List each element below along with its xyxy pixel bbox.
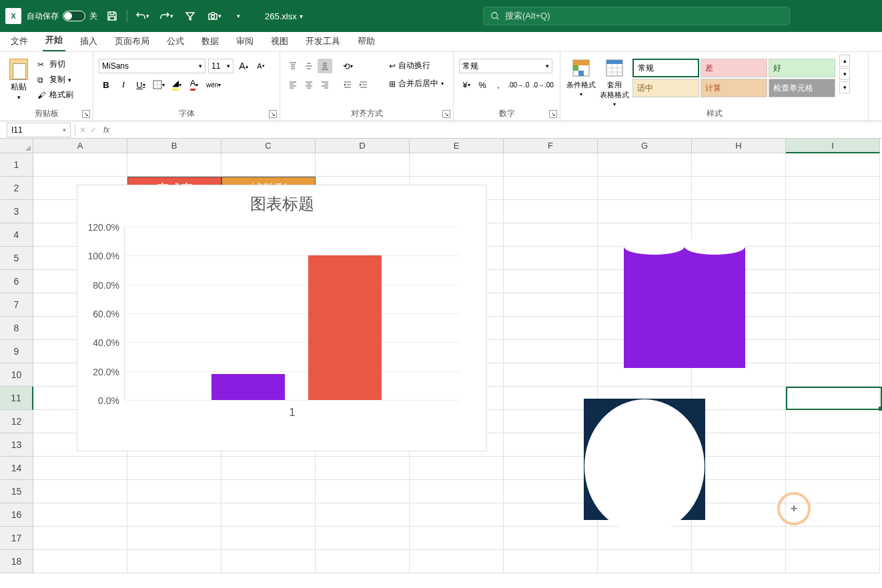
save-button[interactable] <box>103 7 121 25</box>
cell-E18[interactable] <box>410 550 504 573</box>
style-normal[interactable]: 常规 <box>632 59 699 77</box>
cell-B1[interactable] <box>127 153 222 177</box>
cell-I9[interactable] <box>786 340 880 363</box>
cell-D15[interactable] <box>316 480 410 503</box>
cell-I5[interactable] <box>786 247 880 270</box>
tab-formulas[interactable]: 公式 <box>164 31 187 51</box>
style-calc[interactable]: 计算 <box>701 79 767 97</box>
col-header-E[interactable]: E <box>410 139 504 153</box>
tab-help[interactable]: 帮助 <box>355 31 378 51</box>
tab-file[interactable]: 文件 <box>8 31 31 51</box>
row-header-16[interactable]: 16 <box>0 503 33 527</box>
row-header-13[interactable]: 13 <box>0 433 33 457</box>
cell-I3[interactable] <box>786 200 880 223</box>
accounting-button[interactable]: ¥▾ <box>459 77 474 92</box>
cell-A18[interactable] <box>33 550 127 573</box>
col-header-D[interactable]: D <box>316 139 410 153</box>
style-check[interactable]: 检查单元格 <box>769 79 835 97</box>
row-header-2[interactable]: 2 <box>0 177 33 200</box>
col-header-G[interactable]: G <box>598 139 692 153</box>
phonetic-button[interactable]: wén▾ <box>204 77 223 92</box>
increase-decimal-button[interactable]: .00→.0 <box>507 77 530 92</box>
cell-I11[interactable] <box>786 387 880 410</box>
wave-shape[interactable] <box>624 247 745 368</box>
bar-series-1[interactable] <box>211 374 285 400</box>
font-color-button[interactable]: A▾ <box>187 77 201 92</box>
font-launcher[interactable]: ↘ <box>269 110 277 118</box>
decrease-indent-button[interactable] <box>340 77 355 92</box>
font-size-select[interactable]: 11▾ <box>208 59 234 73</box>
bold-button[interactable]: B <box>99 77 113 92</box>
row-header-12[interactable]: 12 <box>0 410 33 433</box>
cell-I7[interactable] <box>786 293 880 317</box>
cell-G18[interactable] <box>598 550 692 573</box>
cell-H16[interactable] <box>692 503 786 527</box>
wrap-text-button[interactable]: ↩自动换行 <box>386 59 446 73</box>
cell-E16[interactable] <box>410 503 504 527</box>
comma-button[interactable]: , <box>491 77 506 92</box>
cell-A16[interactable] <box>33 503 127 527</box>
worksheet-grid[interactable]: ABCDEFGHI 123456789101112131415161718 完成… <box>0 139 882 585</box>
cell-H1[interactable] <box>692 153 786 177</box>
tab-view[interactable]: 视图 <box>268 31 291 51</box>
arc-square-shape[interactable] <box>584 399 705 520</box>
cell-E15[interactable] <box>410 480 504 503</box>
undo-button[interactable]: ▾ <box>133 7 151 25</box>
cell-D1[interactable] <box>316 153 410 177</box>
cell-H18[interactable] <box>692 550 786 573</box>
cell-I13[interactable] <box>786 433 880 457</box>
fill-color-button[interactable]: ◢▾ <box>169 77 184 92</box>
increase-indent-button[interactable] <box>356 77 371 92</box>
cell-styles-gallery[interactable]: 常规 差 好 适中 计算 检查单元格 <box>632 55 835 97</box>
number-format-select[interactable]: 常规▾ <box>459 59 552 73</box>
align-top-button[interactable] <box>286 59 300 73</box>
fx-icon[interactable]: fx <box>103 125 109 135</box>
cell-D14[interactable] <box>316 457 410 480</box>
cell-F18[interactable] <box>504 550 598 573</box>
italic-button[interactable]: I <box>116 77 131 92</box>
cell-D17[interactable] <box>316 527 410 550</box>
cell-E1[interactable] <box>410 153 504 177</box>
cell-D16[interactable] <box>316 503 410 527</box>
increase-font-button[interactable]: A▴ <box>236 59 251 73</box>
cell-I16[interactable] <box>786 503 880 527</box>
bar-series-2[interactable] <box>308 255 382 400</box>
cell-I10[interactable] <box>786 363 880 387</box>
row-header-3[interactable]: 3 <box>0 200 33 223</box>
col-header-B[interactable]: B <box>127 139 222 153</box>
tab-review[interactable]: 审阅 <box>234 31 256 51</box>
col-header-A[interactable]: A <box>33 139 127 153</box>
border-button[interactable]: ▾ <box>151 77 167 92</box>
decrease-decimal-button[interactable]: .0→.00 <box>532 77 555 92</box>
cell-F4[interactable] <box>504 223 598 247</box>
cell-B18[interactable] <box>127 550 222 573</box>
cell-C15[interactable] <box>222 480 316 503</box>
cell-A1[interactable] <box>33 153 127 177</box>
row-header-9[interactable]: 9 <box>0 340 33 363</box>
cell-I15[interactable] <box>786 480 880 503</box>
cancel-formula-button[interactable]: ✕ <box>79 125 86 135</box>
cell-B17[interactable] <box>127 527 222 550</box>
style-good[interactable]: 好 <box>769 59 835 77</box>
decrease-font-button[interactable]: A▾ <box>254 59 268 73</box>
cell-F7[interactable] <box>504 293 598 317</box>
col-header-H[interactable]: H <box>692 139 786 153</box>
enter-formula-button[interactable]: ✓ <box>90 125 97 135</box>
cell-C17[interactable] <box>222 527 316 550</box>
number-launcher[interactable]: ↘ <box>549 110 557 118</box>
cell-I4[interactable] <box>786 223 880 247</box>
cell-D18[interactable] <box>316 550 410 573</box>
align-bottom-button[interactable] <box>318 59 332 73</box>
col-header-F[interactable]: F <box>504 139 598 153</box>
cell-F9[interactable] <box>504 340 598 363</box>
tab-insert[interactable]: 插入 <box>77 31 100 51</box>
format-painter-button[interactable]: 🖌格式刷 <box>35 88 76 102</box>
cell-F2[interactable] <box>504 177 598 200</box>
tab-home[interactable]: 开始 <box>43 30 65 51</box>
row-header-1[interactable]: 1 <box>0 153 33 177</box>
cell-C14[interactable] <box>222 457 316 480</box>
cell-I1[interactable] <box>786 153 880 177</box>
embedded-chart[interactable]: 图表标题 1 0.0%20.0%40.0%60.0%80.0%100.0%120… <box>77 185 487 451</box>
col-header-C[interactable]: C <box>222 139 316 153</box>
cell-F8[interactable] <box>504 317 598 340</box>
